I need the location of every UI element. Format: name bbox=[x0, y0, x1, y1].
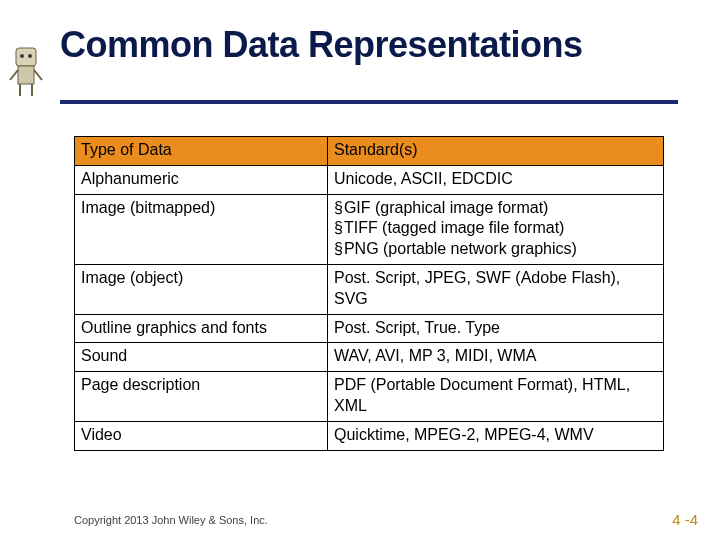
cell-std: Post. Script, True. Type bbox=[328, 314, 664, 343]
table-row: Sound WAV, AVI, MP 3, MIDI, WMA bbox=[75, 343, 664, 372]
cell-type: Image (object) bbox=[75, 264, 328, 314]
table-row: Outline graphics and fonts Post. Script,… bbox=[75, 314, 664, 343]
bullet-icon: § bbox=[334, 199, 343, 216]
left-rail bbox=[0, 0, 54, 540]
header-type: Type of Data bbox=[75, 137, 328, 166]
header-standard: Standard(s) bbox=[328, 137, 664, 166]
cell-std: PDF (Portable Document Format), HTML, XM… bbox=[328, 372, 664, 422]
cell-type: Outline graphics and fonts bbox=[75, 314, 328, 343]
page-number: 4 -4 bbox=[672, 511, 698, 528]
data-representations-table: Type of Data Standard(s) Alphanumeric Un… bbox=[74, 136, 664, 451]
bullet-text: TIFF (tagged image file format) bbox=[344, 219, 565, 236]
svg-point-1 bbox=[20, 54, 24, 58]
table-row: Image (object) Post. Script, JPEG, SWF (… bbox=[75, 264, 664, 314]
cell-type: Video bbox=[75, 421, 328, 450]
svg-rect-0 bbox=[16, 48, 36, 66]
bullet-text: PNG (portable network graphics) bbox=[344, 240, 577, 257]
svg-line-7 bbox=[34, 70, 42, 80]
cell-type: Alphanumeric bbox=[75, 165, 328, 194]
slide-title: Common Data Representations bbox=[60, 24, 583, 66]
cell-std: Post. Script, JPEG, SWF (Adobe Flash), S… bbox=[328, 264, 664, 314]
cell-type: Page description bbox=[75, 372, 328, 422]
svg-rect-3 bbox=[18, 66, 34, 84]
bullet-icon: § bbox=[334, 219, 343, 236]
cell-std: Unicode, ASCII, EDCDIC bbox=[328, 165, 664, 194]
bullet-icon: § bbox=[334, 240, 343, 257]
table-header-row: Type of Data Standard(s) bbox=[75, 137, 664, 166]
cell-std: §GIF (graphical image format) §TIFF (tag… bbox=[328, 194, 664, 264]
table-row: Video Quicktime, MPEG-2, MPEG-4, WMV bbox=[75, 421, 664, 450]
cell-std: WAV, AVI, MP 3, MIDI, WMA bbox=[328, 343, 664, 372]
table-row: Alphanumeric Unicode, ASCII, EDCDIC bbox=[75, 165, 664, 194]
mascot-icon bbox=[6, 44, 46, 100]
table-row: Page description PDF (Portable Document … bbox=[75, 372, 664, 422]
title-underline bbox=[60, 100, 678, 104]
cell-std: Quicktime, MPEG-2, MPEG-4, WMV bbox=[328, 421, 664, 450]
svg-point-2 bbox=[28, 54, 32, 58]
svg-line-6 bbox=[10, 70, 18, 80]
table-row: Image (bitmapped) §GIF (graphical image … bbox=[75, 194, 664, 264]
cell-type: Sound bbox=[75, 343, 328, 372]
bullet-text: GIF (graphical image format) bbox=[344, 199, 549, 216]
copyright-text: Copyright 2013 John Wiley & Sons, Inc. bbox=[74, 514, 268, 526]
slide: Common Data Representations Type of Data… bbox=[0, 0, 720, 540]
cell-type: Image (bitmapped) bbox=[75, 194, 328, 264]
